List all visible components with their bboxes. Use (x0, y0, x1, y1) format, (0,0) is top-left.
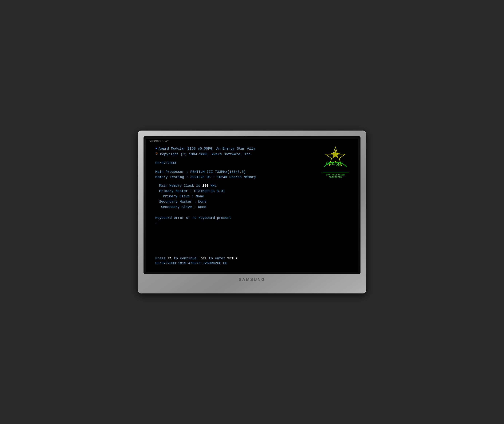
bios-primary-slave-label: Primary Slave (163, 194, 190, 198)
bios-content: ● Award Modular BIOS v6.00PG, An Energy … (155, 146, 349, 210)
bios-primary-slave-line: Primary Slave : None (159, 194, 349, 199)
bios-memory-clock-text-prefix: Main Memory Clock is (159, 184, 202, 188)
bios-primary-slave-colon: : (192, 194, 196, 198)
bios-press-f1-line: Press F1 to continue, DEL to enter SETUP (155, 256, 237, 260)
bios-secondary-master-value: None (198, 200, 206, 204)
bios-date-section: 08/07/2000 (155, 161, 349, 166)
bios-secondary-master-label: Secondary Master (159, 200, 192, 204)
bios-memory-value: 392192K OK + 1024K Shared Memory (190, 175, 256, 179)
bios-line-2: 🏃 Copyright (C) 1984-2000, Award Softwar… (155, 152, 349, 157)
bios-icon-2: 🏃 (155, 152, 159, 156)
bios-memory-clock-value: 100 (202, 184, 208, 188)
bios-id-string: 08/07/2000-i815-47B27X-JV69RC2CC-00 (155, 261, 227, 265)
bios-setup-label: SETUP (227, 256, 237, 260)
bios-copyright-line: Copyright (C) 1984-2000, Award Software,… (160, 152, 253, 157)
bios-processor-line: Main Processor : PENTIUM III 733MHz(133x… (155, 169, 349, 175)
monitor-brand: SAMSUNG (143, 277, 361, 282)
monitor-outer: SyncMaster 710v energy EPA POLLUTION PRE… (138, 131, 366, 293)
bios-secondary-slave-colon: : (194, 205, 198, 209)
bios-secondary-master-colon: : (194, 200, 198, 204)
bios-memory-clock-unit: MHz (208, 184, 217, 188)
bios-memory-colon: : (186, 175, 190, 179)
keyboard-error-message: Keyboard error or no keyboard present (155, 216, 349, 220)
bios-hardware-section: Main Processor : PENTIUM III 733MHz(133x… (155, 169, 349, 180)
bios-award-line1: Award Modular BIOS v6.00PG, An Energy St… (159, 146, 255, 151)
bios-f1-key: F1 (168, 256, 172, 260)
screen: SyncMaster 710v energy EPA POLLUTION PRE… (146, 138, 358, 272)
monitor-model-label: SyncMaster 710v (149, 140, 169, 142)
bios-primary-master-label: Primary Master (159, 189, 188, 193)
bios-primary-slave-value: None (196, 194, 204, 198)
bios-primary-master-colon: : (190, 189, 194, 193)
bios-line-1: ● Award Modular BIOS v6.00PG, An Energy … (155, 146, 349, 151)
bios-processor-value: PENTIUM III 733MHz(133x5.5) (190, 170, 246, 174)
energy-star-pollution-text: EPA POLLUTION PREVENTER (320, 174, 351, 178)
bios-memory-label: Memory Testing (155, 175, 184, 179)
energy-star-svg: energy (320, 144, 351, 172)
bios-memory-line: Memory Testing : 392192K OK + 1024K Shar… (155, 175, 349, 180)
bios-del-key: DEL (201, 256, 207, 260)
bios-primary-master-value: ST3160023A 8.01 (194, 189, 225, 193)
bios-memory-clock-line: Main Memory Clock is 100 MHz (159, 183, 349, 189)
bios-secondary-master-line: Secondary Master : None (159, 199, 349, 205)
bios-icon-1: ● (155, 146, 157, 151)
bios-date: 08/07/2000 (155, 161, 349, 166)
bios-processor-colon: : (186, 170, 190, 174)
bios-secondary-slave-label: Secondary Slave (161, 205, 192, 209)
bios-detail-section: Main Memory Clock is 100 MHz Primary Mas… (155, 183, 349, 210)
svg-text:energy: energy (326, 159, 342, 166)
bios-secondary-slave-value: None (198, 205, 206, 209)
bios-secondary-slave-line: Secondary Slave : None (159, 205, 349, 210)
bios-primary-master-line: Primary Master : ST3160023A 8.01 (159, 189, 349, 194)
monitor-bezel: SyncMaster 710v energy EPA POLLUTION PRE… (143, 136, 361, 274)
bios-cursor: - (155, 221, 349, 225)
bios-processor-label: Main Processor (155, 170, 184, 174)
energy-star-logo-container: energy EPA POLLUTION PREVENTER (320, 144, 351, 178)
